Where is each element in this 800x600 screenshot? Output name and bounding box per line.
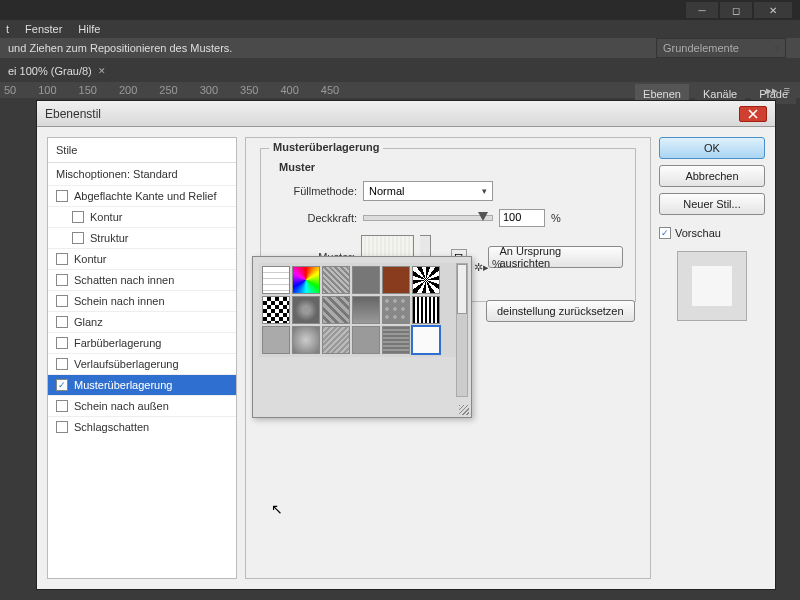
pattern-thumb[interactable]	[352, 296, 380, 324]
scale-unit: %	[492, 258, 502, 270]
style-item[interactable]: Abgeflachte Kante und Relief	[48, 185, 236, 206]
new-style-button[interactable]: Neuer Stil...	[659, 193, 765, 215]
style-item-label: Kontur	[74, 253, 106, 265]
style-item[interactable]: Kontur	[48, 248, 236, 269]
style-item[interactable]: Farbüberlagerung	[48, 332, 236, 353]
checkbox-icon[interactable]	[56, 358, 68, 370]
pattern-grid	[259, 263, 465, 357]
checkbox-icon[interactable]	[56, 253, 68, 265]
blending-options[interactable]: Mischoptionen: Standard	[48, 162, 236, 185]
preview-checkbox[interactable]: ✓ Vorschau	[659, 227, 765, 239]
dialog-titlebar[interactable]: Ebenenstil	[37, 101, 775, 127]
pattern-thumb[interactable]	[262, 326, 290, 354]
checkbox-icon[interactable]	[56, 421, 68, 433]
pattern-thumb[interactable]	[352, 266, 380, 294]
pattern-thumb[interactable]	[322, 266, 350, 294]
section-title: Musterüberlagerung	[269, 141, 383, 153]
workspace-label: Grundelemente	[663, 42, 739, 54]
style-item[interactable]: Verlaufsüberlagerung	[48, 353, 236, 374]
checkbox-icon[interactable]	[56, 400, 68, 412]
group-title: Muster	[279, 161, 623, 173]
scrollbar-thumb[interactable]	[457, 264, 467, 314]
menu-item[interactable]: t	[6, 23, 9, 35]
checkbox-icon[interactable]	[72, 232, 84, 244]
style-item-label: Kontur	[90, 211, 122, 223]
checkbox-icon[interactable]	[56, 274, 68, 286]
slider-thumb[interactable]	[478, 212, 488, 221]
panel-menu-icon[interactable]: ≡	[784, 84, 790, 97]
checkbox-icon[interactable]	[56, 295, 68, 307]
picker-scrollbar[interactable]	[456, 263, 468, 397]
style-item-label: Schein nach innen	[74, 295, 165, 307]
pattern-thumb[interactable]	[382, 326, 410, 354]
dialog-actions: OK Abbrechen Neuer Stil... ✓ Vorschau	[659, 137, 765, 579]
menu-item[interactable]: Hilfe	[78, 23, 100, 35]
opacity-input[interactable]: 100	[499, 209, 545, 227]
document-tab[interactable]: ei 100% (Grau/8) ✕	[0, 62, 114, 80]
blend-mode-value: Normal	[369, 185, 404, 197]
style-item[interactable]: Glanz	[48, 311, 236, 332]
close-button[interactable]: ✕	[754, 2, 792, 18]
style-item[interactable]: Schatten nach innen	[48, 269, 236, 290]
styles-heading[interactable]: Stile	[48, 138, 236, 162]
style-item[interactable]: Schein nach außen	[48, 395, 236, 416]
collapse-icon[interactable]: ▸▸	[766, 84, 778, 97]
ruler-tick: 350	[240, 84, 258, 96]
opacity-slider[interactable]	[363, 215, 493, 221]
ok-button[interactable]: OK	[659, 137, 765, 159]
style-item-label: Musterüberlagerung	[74, 379, 172, 391]
layer-style-dialog: Ebenenstil Stile Mischoptionen: Standard…	[36, 100, 776, 590]
checkbox-icon[interactable]	[72, 211, 84, 223]
menu-item[interactable]: Fenster	[25, 23, 62, 35]
checkbox-icon[interactable]	[56, 337, 68, 349]
pattern-thumb-selected[interactable]	[412, 326, 440, 354]
ruler-tick: 400	[280, 84, 298, 96]
style-item[interactable]: Schlagschatten	[48, 416, 236, 437]
dialog-close-button[interactable]	[739, 106, 767, 122]
checkbox-icon: ✓	[659, 227, 671, 239]
pattern-thumb[interactable]	[352, 326, 380, 354]
ruler-tick: 150	[79, 84, 97, 96]
pattern-thumb[interactable]	[382, 296, 410, 324]
chevron-down-icon: ▾	[774, 43, 779, 53]
cancel-button[interactable]: Abbrechen	[659, 165, 765, 187]
style-item[interactable]: Kontur	[48, 206, 236, 227]
resize-handle[interactable]	[459, 405, 469, 415]
ruler-tick: 250	[159, 84, 177, 96]
opacity-unit: %	[551, 212, 561, 224]
style-item-label: Struktur	[90, 232, 129, 244]
style-item[interactable]: Schein nach innen	[48, 290, 236, 311]
ruler-tick: 50	[4, 84, 16, 96]
style-item-label: Schein nach außen	[74, 400, 169, 412]
style-item-label: Farbüberlagerung	[74, 337, 161, 349]
pattern-thumb[interactable]	[412, 266, 440, 294]
pattern-thumb[interactable]	[262, 296, 290, 324]
style-item[interactable]: Struktur	[48, 227, 236, 248]
pattern-thumb[interactable]	[382, 266, 410, 294]
reset-default-button[interactable]: deinstellung zurücksetzen	[486, 300, 635, 322]
style-item[interactable]: ✓Musterüberlagerung	[48, 374, 236, 395]
checkbox-icon[interactable]: ✓	[56, 379, 68, 391]
workspace-combo[interactable]: Grundelemente▾	[656, 38, 786, 58]
pattern-thumb[interactable]	[262, 266, 290, 294]
panel-controls: ▸▸ ≡	[766, 84, 790, 97]
pattern-thumb[interactable]	[292, 266, 320, 294]
checkbox-icon[interactable]	[56, 190, 68, 202]
snap-origin-button[interactable]: An Ursprung ausrichten	[488, 246, 623, 268]
minimize-button[interactable]: ─	[686, 2, 718, 18]
style-item-label: Verlaufsüberlagerung	[74, 358, 179, 370]
pattern-thumb[interactable]	[292, 296, 320, 324]
pattern-thumb[interactable]	[322, 326, 350, 354]
style-item-label: Abgeflachte Kante und Relief	[74, 190, 217, 202]
maximize-button[interactable]: ◻	[720, 2, 752, 18]
pattern-thumb[interactable]	[322, 296, 350, 324]
app-menubar: t Fenster Hilfe	[0, 20, 800, 38]
pattern-thumb[interactable]	[412, 296, 440, 324]
chevron-down-icon: ▾	[482, 186, 487, 196]
blend-mode-select[interactable]: Normal ▾	[363, 181, 493, 201]
document-tab-label: ei 100% (Grau/8)	[8, 65, 92, 77]
close-icon[interactable]: ✕	[98, 66, 106, 76]
gear-icon[interactable]: ✲▸	[474, 261, 489, 274]
checkbox-icon[interactable]	[56, 316, 68, 328]
pattern-thumb[interactable]	[292, 326, 320, 354]
